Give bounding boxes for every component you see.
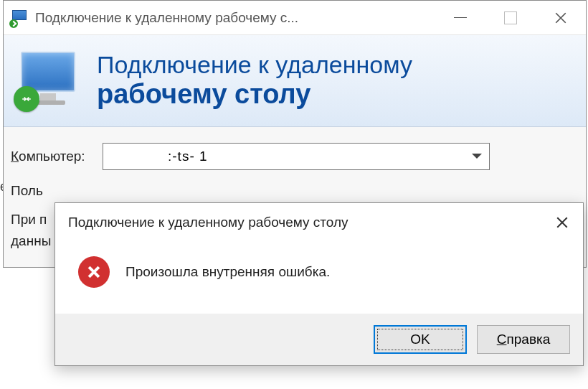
computer-value: :-ts- 1 [110,149,472,164]
maximize-button[interactable] [485,1,536,34]
window-title: Подключение к удаленному рабочему с... [35,10,435,26]
dialog-close-button[interactable] [551,212,573,233]
computer-combobox[interactable]: :-ts- 1 [103,143,490,170]
computer-label: Компьютер: [11,149,103,164]
chevron-down-icon[interactable] [472,154,482,159]
titlebar: Подключение к удаленному рабочему с... [4,1,586,35]
minimize-button[interactable] [435,1,485,34]
help-button[interactable]: Справка [477,325,570,354]
banner: Подключение к удаленному рабочему столу [4,35,586,127]
dialog-title: Подключение к удаленному рабочему столу [68,215,551,230]
user-label-truncated: Поль [11,183,579,199]
ok-button[interactable]: OK [374,325,467,354]
error-message: Произошла внутренняя ошибка. [125,264,330,280]
close-button[interactable] [536,1,586,34]
rdp-app-icon [11,9,28,27]
error-icon [78,256,110,288]
rdp-banner-icon [16,52,82,109]
error-dialog: Подключение к удаленному рабочему столу … [54,202,584,366]
banner-line1: Подключение к удаленному [97,51,412,79]
banner-line2: рабочему столу [97,79,412,111]
